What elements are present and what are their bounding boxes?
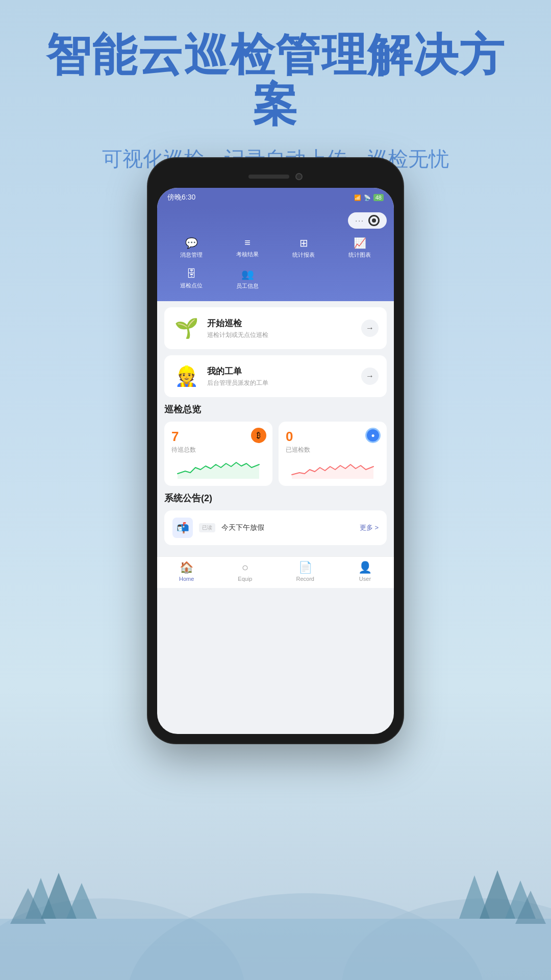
- status-icons: 📶 📡 48: [354, 194, 384, 201]
- nav-item-message[interactable]: 💬 消息管理: [164, 234, 218, 262]
- wifi-icon: 📡: [364, 194, 371, 201]
- work-order-card[interactable]: 👷 我的工单 后台管理员派发的工单 →: [164, 355, 387, 397]
- assessment-icon: ≡: [244, 237, 251, 249]
- patrol-icon: 🗄: [186, 268, 196, 280]
- nav-item-chart[interactable]: 📈 统计图表: [333, 234, 387, 262]
- announcement-title: 系统公告(2): [164, 492, 387, 504]
- background-scenery: [0, 725, 551, 980]
- completed-chart: [286, 458, 380, 479]
- action-pill[interactable]: ···: [348, 212, 387, 229]
- pending-badge: ₿: [251, 428, 266, 443]
- completed-label: 已巡检数: [286, 446, 380, 454]
- report-icon: ⊞: [299, 237, 308, 249]
- app-content: 🌱 开始巡检 巡检计划或无点位巡检 → 👷 我的工单 后台管理员派发: [157, 301, 394, 556]
- battery-icon: 48: [373, 194, 384, 201]
- work-order-text: 我的工单 后台管理员派发的工单: [207, 365, 354, 387]
- start-patrol-card[interactable]: 🌱 开始巡检 巡检计划或无点位巡检 →: [164, 307, 387, 349]
- start-patrol-text: 开始巡检 巡检计划或无点位巡检: [207, 317, 354, 339]
- start-patrol-arrow[interactable]: →: [361, 320, 379, 337]
- bottom-nav-home[interactable]: 🏠 Home: [179, 561, 194, 582]
- nav-grid-row2: 🗄 巡检点位 👥 员工信息: [164, 265, 387, 293]
- more-link[interactable]: 更多 >: [360, 523, 379, 532]
- announce-content: 已读 今天下午放假: [199, 523, 354, 532]
- signal-icon: 📶: [354, 194, 361, 201]
- pending-stat-card: 7 待巡总数 ₿: [164, 422, 272, 486]
- work-order-arrow[interactable]: →: [361, 368, 379, 385]
- record-icon: 📄: [298, 561, 312, 574]
- svg-rect-3: [0, 919, 551, 980]
- hero-section: 智能云巡检管理解决方案 可视化巡检，记录自动上传。巡检无忧: [0, 0, 551, 173]
- nav-label-message: 消息管理: [180, 251, 203, 259]
- nav-item-assessment[interactable]: ≡ 考核结果: [220, 234, 274, 262]
- home-icon: 🏠: [180, 561, 193, 574]
- user-label: User: [359, 576, 371, 582]
- phone-screen: 傍晚6:30 📶 📡 48 ··· 💬: [157, 188, 394, 734]
- home-label: Home: [179, 576, 194, 582]
- work-order-title: 我的工单: [207, 365, 354, 377]
- completed-stat-card: 0 已巡检数 ●: [279, 422, 387, 486]
- announce-text: 今天下午放假: [221, 523, 354, 532]
- status-bar: 傍晚6:30 📶 📡 48: [157, 188, 394, 207]
- header-actions: ···: [164, 212, 387, 229]
- user-icon: 👤: [358, 561, 372, 574]
- plant-icon-area: 🌱: [172, 314, 200, 342]
- pending-label: 待巡总数: [171, 446, 265, 454]
- nav-grid-row1: 💬 消息管理 ≡ 考核结果 ⊞ 统计报表 📈 统计图表: [164, 234, 387, 262]
- start-patrol-desc: 巡检计划或无点位巡检: [207, 331, 354, 339]
- worker-icon-area: 👷: [172, 362, 200, 390]
- bottom-nav-equip[interactable]: ○ Equip: [238, 561, 252, 582]
- status-time: 傍晚6:30: [167, 193, 195, 202]
- phone-outer: 傍晚6:30 📶 📡 48 ··· 💬: [148, 158, 403, 743]
- phone-mockup: 傍晚6:30 📶 📡 48 ··· 💬: [148, 158, 403, 743]
- work-order-desc: 后台管理员派发的工单: [207, 379, 354, 387]
- hero-title: 智能云巡检管理解决方案: [31, 31, 520, 130]
- employee-icon: 👥: [241, 268, 254, 280]
- phone-camera: [295, 173, 303, 180]
- message-icon: 💬: [185, 237, 198, 249]
- plant-icon: 🌱: [174, 317, 198, 339]
- start-patrol-title: 开始巡检: [207, 317, 354, 329]
- pending-chart: [171, 458, 265, 479]
- stats-row: 7 待巡总数 ₿ 0 已巡检数 ●: [164, 422, 387, 486]
- record-label: Record: [296, 576, 314, 582]
- phone-notch: [157, 167, 394, 186]
- phone-speaker: [248, 175, 289, 179]
- chart-icon: 📈: [354, 237, 366, 249]
- bottom-nav-user[interactable]: 👤 User: [358, 561, 372, 582]
- dots-icon: ···: [355, 216, 364, 225]
- bottom-nav: 🏠 Home ○ Equip 📄 Record 👤 User: [157, 556, 394, 588]
- completed-badge: ●: [365, 428, 381, 443]
- nav-item-report[interactable]: ⊞ 统计报表: [277, 234, 331, 262]
- announce-icon: 📬: [172, 518, 193, 538]
- nav-label-report: 统计报表: [292, 251, 315, 259]
- nav-item-employee[interactable]: 👥 员工信息: [220, 265, 274, 293]
- bottom-nav-record[interactable]: 📄 Record: [296, 561, 314, 582]
- nav-label-assessment: 考核结果: [236, 251, 259, 258]
- announcement-section: 系统公告(2) 📬 已读 今天下午放假 更多 >: [164, 492, 387, 545]
- app-header: ··· 💬 消息管理 ≡ 考核结果 ⊞: [157, 207, 394, 301]
- nav-label-employee: 员工信息: [236, 282, 259, 290]
- overview-title: 巡检总览: [164, 403, 387, 415]
- record-button-icon[interactable]: [368, 215, 380, 226]
- equip-icon: ○: [242, 561, 248, 574]
- nav-label-chart: 统计图表: [348, 251, 371, 259]
- nav-label-patrol: 巡检点位: [180, 282, 203, 289]
- announcement-card[interactable]: 📬 已读 今天下午放假 更多 >: [164, 510, 387, 545]
- worker-icon: 👷: [174, 365, 198, 387]
- nav-item-patrol[interactable]: 🗄 巡检点位: [164, 265, 218, 293]
- read-badge: 已读: [199, 523, 215, 532]
- equip-label: Equip: [238, 576, 252, 582]
